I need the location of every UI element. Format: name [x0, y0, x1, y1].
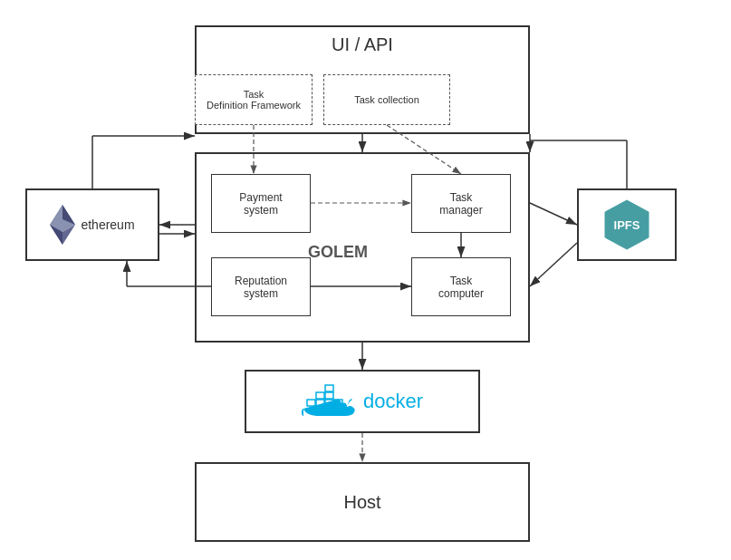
- svg-line-32: [530, 243, 577, 286]
- svg-rect-11: [325, 392, 333, 399]
- reputation-label: Reputation system: [235, 275, 287, 300]
- ethereum-icon: [50, 205, 75, 245]
- diagram-container: UI / API Task Definition Framework Task …: [0, 0, 731, 560]
- uiapi-label: UI / API: [197, 34, 528, 55]
- docker-box: docker: [245, 370, 480, 433]
- ipfs-icon: IPFS: [603, 198, 650, 251]
- svg-text:IPFS: IPFS: [614, 218, 640, 232]
- svg-rect-7: [307, 400, 315, 406]
- host-box: Host: [195, 462, 530, 542]
- payment-label: Payment system: [239, 191, 282, 217]
- ethereum-label: ethereum: [81, 217, 134, 232]
- ethereum-box: ethereum: [25, 188, 159, 261]
- ipfs-box: IPFS: [577, 188, 677, 261]
- task-def-label: Task Definition Framework: [207, 89, 301, 111]
- task-manager-label: Task manager: [439, 191, 482, 217]
- reputation-box: Reputation system: [211, 257, 311, 316]
- task-collection-box: Task collection: [323, 74, 450, 125]
- svg-rect-13: [325, 385, 333, 391]
- task-computer-label: Task computer: [438, 275, 484, 300]
- task-collection-label: Task collection: [354, 94, 419, 105]
- task-manager-box: Task manager: [411, 174, 511, 233]
- docker-icon: [302, 381, 356, 421]
- docker-label: docker: [363, 390, 423, 413]
- task-computer-box: Task computer: [411, 257, 511, 316]
- host-label: Host: [343, 492, 380, 513]
- svg-rect-10: [316, 392, 324, 399]
- task-def-box: Task Definition Framework: [195, 74, 313, 125]
- svg-line-31: [530, 203, 577, 225]
- payment-box: Payment system: [211, 174, 311, 233]
